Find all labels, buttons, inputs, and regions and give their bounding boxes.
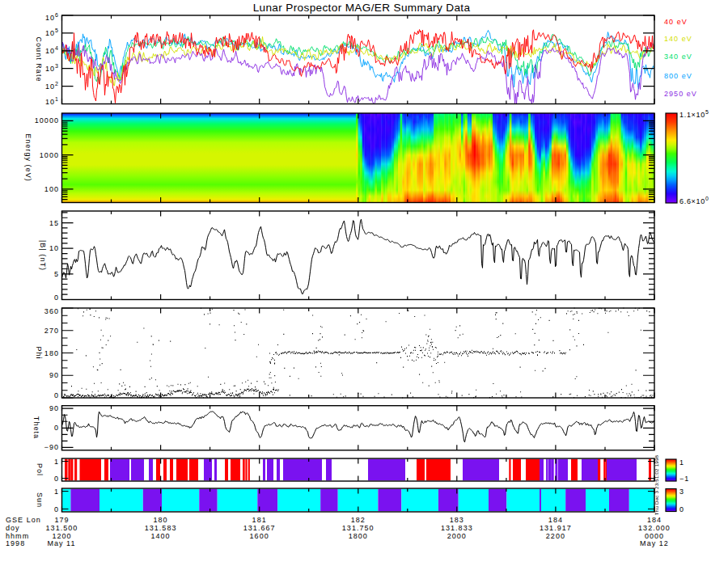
svg-text:131.583: 131.583 <box>145 524 177 532</box>
svg-text:0: 0 <box>54 505 59 513</box>
svg-text:179: 179 <box>54 516 69 524</box>
svg-text:1: 1 <box>54 488 59 496</box>
svg-text:180: 180 <box>44 349 59 357</box>
svg-text:90: 90 <box>49 371 59 379</box>
svg-text:0: 0 <box>54 475 59 483</box>
svg-text:Lunar Prospector MAG/ER Summar: Lunar Prospector MAG/ER Summary Data <box>253 2 471 14</box>
svg-text:5: 5 <box>54 270 59 278</box>
svg-text:−90: −90 <box>44 443 59 451</box>
svg-text:|B| (nT): |B| (nT) <box>39 240 47 271</box>
svg-text:131.750: 131.750 <box>342 524 375 532</box>
svg-text:360: 360 <box>44 307 59 315</box>
svg-text:doy: doy <box>6 524 20 532</box>
svg-text:131.500: 131.500 <box>46 524 78 532</box>
svg-text:Phi: Phi <box>35 346 43 359</box>
svg-text:−1: −1 <box>679 475 689 483</box>
svg-text:131.917: 131.917 <box>540 524 572 532</box>
svg-text:10: 10 <box>49 244 59 252</box>
svg-text:340 eV: 340 eV <box>664 53 692 61</box>
svg-text:GSE Lon: GSE Lon <box>6 516 41 524</box>
svg-text:1000: 1000 <box>40 151 59 159</box>
svg-text:270: 270 <box>44 327 59 335</box>
svg-text:1998: 1998 <box>6 539 25 547</box>
svg-text:800 eV: 800 eV <box>664 72 692 80</box>
svg-text:1: 1 <box>54 458 59 466</box>
svg-text:1600: 1600 <box>250 532 269 540</box>
svg-text:0: 0 <box>54 391 59 399</box>
svg-text:0: 0 <box>54 294 59 302</box>
svg-text:May 12: May 12 <box>640 539 669 547</box>
svg-text:Thu Dec 3 23:51:02 1998: Thu Dec 3 23:51:02 1998 <box>654 454 659 515</box>
svg-text:Sun: Sun <box>36 492 44 508</box>
svg-text:10000: 10000 <box>35 116 59 125</box>
svg-text:Pol: Pol <box>36 463 44 476</box>
svg-text:184: 184 <box>548 516 563 524</box>
svg-text:140 eV: 140 eV <box>664 35 692 43</box>
svg-text:183: 183 <box>450 516 464 524</box>
svg-text:132.000: 132.000 <box>638 524 671 532</box>
svg-text:0: 0 <box>679 505 684 513</box>
svg-text:1400: 1400 <box>150 532 170 540</box>
svg-text:90: 90 <box>49 404 59 412</box>
svg-text:3: 3 <box>679 488 684 496</box>
svg-text:Theta: Theta <box>32 416 40 439</box>
svg-text:131.667: 131.667 <box>243 524 276 532</box>
svg-text:May 11: May 11 <box>47 539 75 547</box>
svg-text:184: 184 <box>647 516 662 524</box>
svg-text:181: 181 <box>252 516 267 524</box>
svg-text:40 eV: 40 eV <box>664 18 688 26</box>
svg-text:15: 15 <box>49 219 59 227</box>
svg-text:2950 eV: 2950 eV <box>664 90 697 98</box>
svg-text:1.1×105: 1.1×105 <box>679 109 709 119</box>
svg-text:100: 100 <box>44 185 59 193</box>
svg-text:Energy (eV): Energy (eV) <box>24 133 32 182</box>
svg-text:0: 0 <box>54 424 59 432</box>
svg-text:2000: 2000 <box>447 532 467 540</box>
svg-text:180: 180 <box>153 516 167 524</box>
svg-text:Count Rate: Count Rate <box>35 36 43 82</box>
svg-text:6.6×100: 6.6×100 <box>679 196 709 205</box>
svg-text:1: 1 <box>679 458 684 467</box>
svg-text:1800: 1800 <box>349 532 368 540</box>
svg-text:182: 182 <box>351 516 366 524</box>
svg-text:131.833: 131.833 <box>441 524 473 532</box>
svg-text:2200: 2200 <box>546 532 565 540</box>
